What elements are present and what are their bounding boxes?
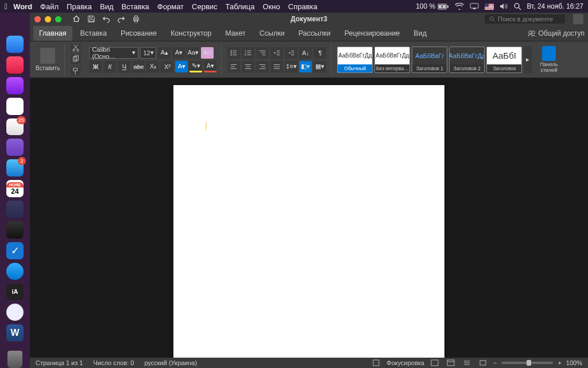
line-spacing-button[interactable]: ‡≡▾ — [285, 61, 297, 72]
menu-edit[interactable]: Правка — [67, 2, 92, 11]
increase-font-button[interactable]: A▴ — [158, 47, 171, 59]
dock-mail-icon[interactable]: 2 — [6, 159, 24, 177]
share-button[interactable]: Общий доступ — [528, 29, 585, 37]
italic-button[interactable]: К — [103, 61, 116, 72]
borders-button[interactable]: ▦▾ — [314, 61, 326, 72]
wifi-icon[interactable] — [455, 3, 464, 10]
increase-indent-button[interactable] — [285, 47, 297, 59]
align-right-button[interactable] — [256, 61, 269, 72]
subscript-button[interactable]: X₂ — [146, 61, 159, 72]
dock-generic-icon[interactable] — [6, 201, 24, 218]
font-color-button[interactable]: A▾ — [204, 61, 216, 72]
flag-icon[interactable] — [485, 3, 494, 10]
style-4[interactable]: АаБбIЗаголовок — [486, 47, 522, 73]
focus-label[interactable]: Фокусировка — [386, 359, 424, 366]
style-2[interactable]: АаБбВвГгЗаголовок 1 — [412, 47, 447, 73]
clear-formatting-button[interactable]: A◇ — [201, 47, 214, 59]
font-size-select[interactable]: 12▾ — [140, 47, 156, 59]
style-1[interactable]: АаБбВвГгДдБез интерва… — [374, 47, 410, 73]
undo-icon[interactable] — [102, 14, 111, 24]
menu-help[interactable]: Справка — [288, 2, 318, 11]
tab-insert[interactable]: Вставка — [75, 26, 113, 41]
dock-finder-icon[interactable] — [6, 36, 24, 53]
decrease-indent-button[interactable] — [270, 47, 283, 59]
view-print-button[interactable] — [429, 359, 440, 367]
decrease-font-button[interactable]: A▾ — [172, 47, 185, 59]
bullets-button[interactable] — [227, 47, 240, 59]
dock-viber-icon[interactable] — [6, 139, 24, 156]
copy-icon[interactable] — [71, 55, 81, 63]
style-0[interactable]: АаБбВвГгДдОбычный — [337, 47, 373, 73]
sort-button[interactable]: A↓ — [299, 47, 312, 59]
show-marks-button[interactable]: ¶ — [314, 47, 326, 59]
close-button[interactable] — [34, 16, 41, 22]
dock-trash-icon[interactable] — [7, 351, 22, 368]
dock-safari-icon[interactable] — [6, 304, 24, 321]
zoom-level[interactable]: 100% — [566, 359, 582, 366]
zoom-out-button[interactable]: − — [493, 359, 497, 366]
airplay-icon[interactable] — [470, 3, 479, 10]
tab-view[interactable]: Вид — [408, 26, 432, 41]
language[interactable]: русский (Украина) — [144, 359, 197, 366]
account-icon[interactable] — [573, 14, 583, 24]
justify-button[interactable] — [270, 61, 283, 72]
spotlight-icon[interactable] — [513, 2, 521, 10]
tab-review[interactable]: Рецензирование — [339, 26, 406, 41]
text-effects-button[interactable]: A▾ — [175, 61, 188, 72]
print-icon[interactable] — [131, 14, 141, 24]
search-input[interactable]: Поиск в документе — [485, 14, 565, 24]
menu-table[interactable]: Таблица — [226, 2, 255, 11]
dock-tasks-icon[interactable]: ✓ — [6, 242, 24, 259]
menu-view[interactable]: Вид — [100, 2, 114, 11]
document-area[interactable] — [30, 78, 588, 358]
dock-photos-icon[interactable] — [6, 98, 24, 115]
menu-insert[interactable]: Вставка — [122, 2, 149, 11]
zoom-slider[interactable] — [501, 362, 553, 364]
dock-telegram-icon[interactable] — [6, 263, 24, 280]
tab-design[interactable]: Конструктор — [165, 26, 217, 41]
minimize-button[interactable] — [45, 16, 51, 22]
dock-music-icon[interactable] — [6, 56, 24, 74]
app-name[interactable]: Word — [13, 2, 32, 11]
view-draft-button[interactable] — [477, 359, 489, 367]
tab-references[interactable]: Ссылки — [254, 26, 291, 41]
cut-icon[interactable] — [71, 44, 81, 52]
multilevel-list-button[interactable] — [256, 47, 269, 59]
bold-button[interactable]: Ж — [89, 61, 102, 72]
highlight-button[interactable]: ✎▾ — [189, 61, 202, 72]
font-family-select[interactable]: Calibri (Осно…▾ — [89, 47, 138, 59]
redo-icon[interactable] — [117, 14, 126, 24]
apple-menu-icon[interactable]:  — [5, 2, 7, 11]
view-outline-button[interactable] — [461, 359, 473, 367]
view-web-button[interactable] — [445, 359, 457, 367]
dock-word-icon[interactable]: W — [6, 324, 24, 342]
menu-window[interactable]: Окно — [263, 2, 280, 11]
shading-button[interactable]: ◧▾ — [299, 61, 312, 72]
tab-home[interactable]: Главная — [33, 26, 72, 41]
align-left-button[interactable] — [227, 61, 240, 72]
styles-more-button[interactable]: ▸ — [524, 47, 532, 73]
volume-icon[interactable] — [500, 3, 508, 10]
zoom-in-button[interactable]: + — [558, 359, 561, 366]
page-count[interactable]: Страница 1 из 1 — [36, 359, 83, 366]
menu-format[interactable]: Формат — [157, 2, 184, 11]
strikethrough-button[interactable]: abc — [132, 61, 145, 72]
superscript-button[interactable]: X² — [161, 61, 173, 72]
styles-pane-button[interactable]: Панель стилей — [537, 44, 560, 75]
underline-button[interactable]: Ч — [118, 61, 130, 72]
dock-icloud-icon[interactable]: 25 — [6, 118, 24, 136]
page[interactable] — [173, 85, 444, 358]
focus-mode-button[interactable] — [370, 359, 382, 367]
tab-draw[interactable]: Рисование — [115, 26, 163, 41]
save-icon[interactable] — [87, 14, 96, 24]
style-3[interactable]: АаБбВвГгДдЗаголовок 2 — [449, 47, 485, 73]
format-painter-icon[interactable] — [71, 67, 81, 75]
tab-layout[interactable]: Макет — [219, 26, 251, 41]
battery-indicator[interactable]: 100 % — [416, 2, 448, 10]
home-icon[interactable] — [72, 14, 81, 24]
maximize-button[interactable] — [55, 16, 61, 22]
numbering-button[interactable]: 123 — [242, 47, 254, 59]
menu-file[interactable]: Файл — [40, 2, 59, 11]
paste-button[interactable]: Вставить — [36, 48, 60, 71]
align-center-button[interactable] — [242, 61, 254, 72]
